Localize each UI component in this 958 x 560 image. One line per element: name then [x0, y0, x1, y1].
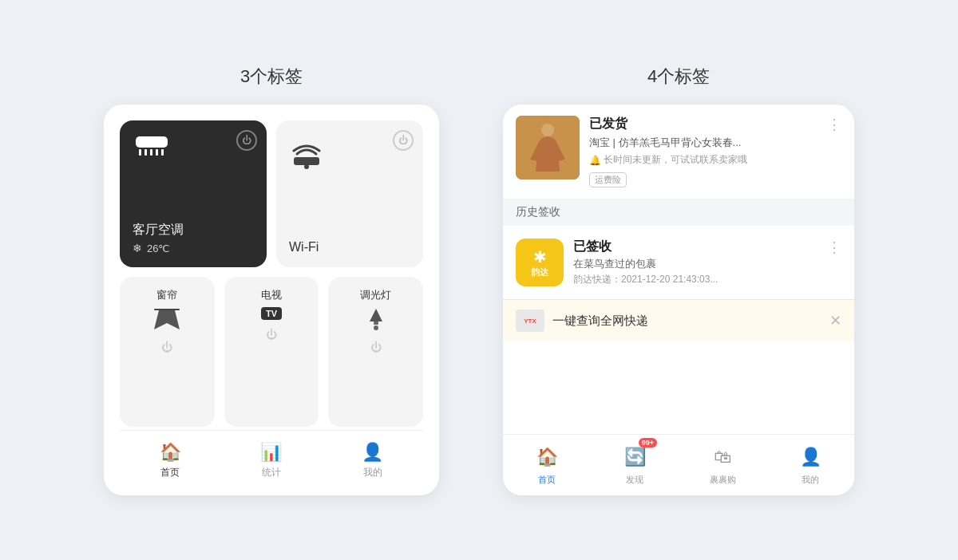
- left-section: 3个标签 ⏻ 客厅空调 ❄ 26℃: [104, 65, 439, 495]
- right-nav-discover[interactable]: 🔄 99+ 发现: [620, 443, 649, 486]
- svg-point-12: [541, 124, 554, 136]
- ac-name: 客厅空调: [133, 222, 254, 239]
- shop-icon: 🛍: [708, 443, 737, 471]
- svg-rect-4: [156, 149, 158, 156]
- order-image: [516, 116, 580, 179]
- banner-logo-text: YTX: [524, 317, 536, 325]
- fashion-image: [516, 116, 580, 179]
- right-nav-shop[interactable]: 🛍 裹裹购: [708, 443, 737, 486]
- tv-card[interactable]: 电视 TV ⏻: [224, 277, 319, 427]
- left-nav-home[interactable]: 🏠 首页: [160, 442, 181, 479]
- right-phone: 已发货 淘宝 | 仿羊羔毛马甲背心女装春... 🔔 长时间未更新，可试试联系卖家…: [503, 105, 854, 495]
- tv-icon: TV: [261, 307, 282, 320]
- wifi-name: Wi-Fi: [289, 240, 410, 254]
- user-label: 我的: [363, 466, 382, 479]
- device-grid: ⏻ 客厅空调 ❄ 26℃ ⏻: [120, 120, 423, 427]
- ac-icon: [133, 133, 171, 159]
- right-bottom-nav: 🏠 首页 🔄 99+ 发现 🛍 裹裹购 👤 我的: [503, 434, 854, 495]
- left-phone: ⏻ 客厅空调 ❄ 26℃ ⏻: [104, 105, 439, 495]
- bell-icon: 🔔: [589, 155, 601, 166]
- wifi-icon: [289, 144, 324, 173]
- right-user-label: 我的: [802, 474, 819, 486]
- lamp-power[interactable]: ⏻: [370, 341, 382, 353]
- left-title: 3个标签: [240, 65, 303, 89]
- order-more-btn[interactable]: ⋮: [827, 116, 841, 133]
- ac-temp: ❄ 26℃: [133, 242, 254, 254]
- history-header: 历史签收: [503, 199, 854, 226]
- vendor-logo: ✱ 韵达: [516, 239, 564, 286]
- order-item[interactable]: 已发货 淘宝 | 仿羊羔毛马甲背心女装春... 🔔 长时间未更新，可试试联系卖家…: [503, 105, 854, 199]
- stats-icon: 📊: [260, 442, 282, 463]
- home-icon: 🏠: [160, 442, 181, 463]
- svg-rect-0: [136, 136, 168, 148]
- left-nav-user[interactable]: 👤 我的: [362, 442, 383, 479]
- right-nav-user[interactable]: 👤 我的: [796, 443, 825, 486]
- lamp-label: 调光灯: [360, 288, 391, 302]
- svg-rect-9: [374, 321, 378, 325]
- order-note: 🔔 长时间未更新，可试试联系卖家哦: [589, 153, 817, 167]
- ac-card[interactable]: ⏻ 客厅空调 ❄ 26℃: [120, 120, 267, 267]
- right-user-icon: 👤: [796, 443, 825, 471]
- history-subtitle: 在菜鸟查过的包裹: [573, 257, 817, 271]
- svg-rect-5: [161, 149, 164, 156]
- curtain-label: 窗帘: [156, 288, 177, 302]
- order-tag[interactable]: 运费险: [589, 172, 627, 187]
- discover-badge: 99+: [639, 438, 657, 448]
- curtain-icon: [152, 307, 181, 333]
- tv-label: 电视: [261, 288, 282, 302]
- wifi-card[interactable]: ⏻ Wi-Fi: [276, 120, 423, 267]
- history-more-btn[interactable]: ⋮: [827, 239, 841, 256]
- right-nav-home[interactable]: 🏠 首页: [532, 443, 561, 486]
- svg-point-7: [304, 164, 309, 169]
- lamp-card[interactable]: 调光灯 ⏻: [328, 277, 423, 427]
- small-devices-row: 窗帘 ⏻ 电视 TV ⏻ 调光灯: [120, 277, 423, 427]
- lamp-icon: [363, 307, 389, 333]
- svg-point-10: [374, 325, 378, 330]
- banner-text: 一键查询全网快递: [552, 314, 821, 329]
- order-status: 已发货: [589, 116, 817, 132]
- right-shop-label: 裹裹购: [710, 474, 736, 486]
- tv-power[interactable]: ⏻: [266, 328, 277, 341]
- wifi-power-btn[interactable]: ⏻: [393, 130, 414, 151]
- svg-rect-1: [139, 149, 141, 156]
- right-title: 4个标签: [647, 65, 710, 89]
- home-label: 首页: [160, 466, 180, 479]
- query-banner[interactable]: YTX 一键查询全网快递 ✕: [503, 299, 854, 341]
- history-time: 韵达快递：2021-12-20 21:43:03...: [573, 273, 817, 286]
- vendor-name: 韵达: [531, 266, 548, 278]
- stats-label: 统计: [262, 466, 281, 479]
- history-status: 已签收: [573, 239, 817, 255]
- home-icon-right: 🏠: [532, 443, 561, 471]
- left-nav-stats[interactable]: 📊 统计: [260, 442, 282, 479]
- user-icon: 👤: [362, 442, 383, 463]
- svg-rect-8: [154, 309, 180, 310]
- right-discover-label: 发现: [626, 474, 643, 486]
- banner-logo: YTX: [516, 310, 544, 332]
- order-title: 淘宝 | 仿羊羔毛马甲背心女装春...: [589, 136, 817, 150]
- curtain-power[interactable]: ⏻: [161, 341, 172, 353]
- order-info: 已发货 淘宝 | 仿羊羔毛马甲背心女装春... 🔔 长时间未更新，可试试联系卖家…: [589, 116, 817, 187]
- right-home-label: 首页: [538, 474, 556, 486]
- left-bottom-nav: 🏠 首页 📊 统计 👤 我的: [120, 430, 423, 479]
- history-info: 已签收 在菜鸟查过的包裹 韵达快递：2021-12-20 21:43:03...: [573, 239, 817, 286]
- right-section: 4个标签 已发货 淘宝 | 仿羊羔毛马甲背心女装春... 🔔: [503, 65, 854, 495]
- ac-power-btn[interactable]: ⏻: [236, 130, 257, 151]
- history-item[interactable]: ✱ 韵达 已签收 在菜鸟查过的包裹 韵达快递：2021-12-20 21:43:…: [503, 227, 854, 298]
- svg-rect-3: [150, 149, 152, 156]
- discover-badge-wrapper: 🔄 99+: [620, 443, 649, 471]
- svg-rect-6: [294, 157, 319, 165]
- curtain-card[interactable]: 窗帘 ⏻: [120, 277, 215, 427]
- banner-close-btn[interactable]: ✕: [829, 312, 841, 329]
- svg-rect-2: [144, 149, 147, 156]
